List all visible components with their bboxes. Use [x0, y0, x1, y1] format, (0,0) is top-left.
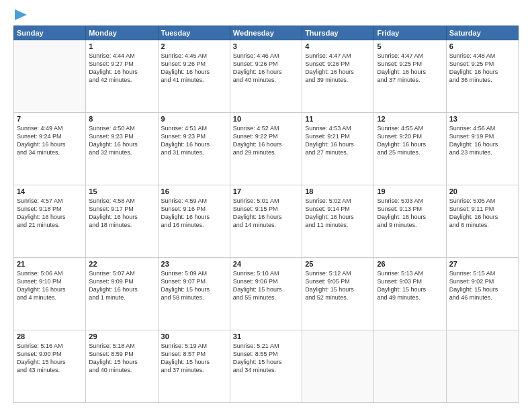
day-number: 23 — [161, 260, 227, 268]
cell-content: Sunrise: 5:13 AM Sunset: 9:03 PM Dayligh… — [377, 269, 443, 302]
cell-content: Sunrise: 5:16 AM Sunset: 9:00 PM Dayligh… — [17, 342, 83, 375]
day-number: 21 — [17, 260, 83, 268]
calendar-header-row: SundayMondayTuesdayWednesdayThursdayFrid… — [14, 26, 519, 40]
cell-content: Sunrise: 5:06 AM Sunset: 9:10 PM Dayligh… — [17, 269, 83, 302]
day-number: 24 — [233, 260, 299, 268]
day-of-week-header: Tuesday — [158, 26, 230, 40]
calendar-cell: 22Sunrise: 5:07 AM Sunset: 9:09 PM Dayli… — [86, 258, 158, 330]
day-number: 22 — [89, 260, 154, 268]
cell-content: Sunrise: 5:19 AM Sunset: 8:57 PM Dayligh… — [161, 342, 227, 375]
day-of-week-header: Wednesday — [230, 26, 302, 40]
calendar-cell: 9Sunrise: 4:51 AM Sunset: 9:23 PM Daylig… — [158, 113, 230, 185]
calendar-cell: 27Sunrise: 5:15 AM Sunset: 9:02 PM Dayli… — [446, 258, 518, 330]
cell-content: Sunrise: 4:45 AM Sunset: 9:26 PM Dayligh… — [161, 52, 227, 85]
calendar-cell: 16Sunrise: 4:59 AM Sunset: 9:16 PM Dayli… — [158, 185, 230, 258]
day-number: 17 — [233, 187, 299, 195]
calendar-cell: 8Sunrise: 4:50 AM Sunset: 9:23 PM Daylig… — [86, 113, 158, 185]
day-number: 26 — [377, 260, 443, 268]
cell-content: Sunrise: 5:15 AM Sunset: 9:02 PM Dayligh… — [449, 269, 515, 302]
calendar-cell: 28Sunrise: 5:16 AM Sunset: 9:00 PM Dayli… — [14, 330, 86, 403]
day-number: 6 — [449, 42, 515, 50]
calendar-week-row: 28Sunrise: 5:16 AM Sunset: 9:00 PM Dayli… — [14, 330, 519, 403]
calendar-cell: 17Sunrise: 5:01 AM Sunset: 9:15 PM Dayli… — [230, 185, 302, 258]
cell-content: Sunrise: 4:53 AM Sunset: 9:21 PM Dayligh… — [305, 124, 371, 157]
calendar-cell: 18Sunrise: 5:02 AM Sunset: 9:14 PM Dayli… — [302, 185, 374, 258]
cell-content: Sunrise: 4:55 AM Sunset: 9:20 PM Dayligh… — [377, 124, 443, 157]
calendar-cell — [446, 330, 518, 403]
day-number: 1 — [89, 42, 154, 50]
day-number: 31 — [233, 332, 299, 340]
day-number: 8 — [89, 115, 154, 123]
cell-content: Sunrise: 4:48 AM Sunset: 9:25 PM Dayligh… — [449, 52, 515, 85]
calendar-cell: 3Sunrise: 4:46 AM Sunset: 9:26 PM Daylig… — [230, 40, 302, 113]
day-number: 19 — [377, 187, 443, 195]
calendar-cell: 6Sunrise: 4:48 AM Sunset: 9:25 PM Daylig… — [446, 40, 518, 113]
day-number: 5 — [377, 42, 443, 50]
cell-content: Sunrise: 5:01 AM Sunset: 9:15 PM Dayligh… — [233, 197, 299, 230]
cell-content: Sunrise: 4:51 AM Sunset: 9:23 PM Dayligh… — [161, 124, 227, 157]
calendar-cell: 23Sunrise: 5:09 AM Sunset: 9:07 PM Dayli… — [158, 258, 230, 330]
header — [13, 11, 519, 20]
calendar-week-row: 21Sunrise: 5:06 AM Sunset: 9:10 PM Dayli… — [14, 258, 519, 330]
calendar-week-row: 1Sunrise: 4:44 AM Sunset: 9:27 PM Daylig… — [14, 40, 519, 113]
calendar-cell: 5Sunrise: 4:47 AM Sunset: 9:25 PM Daylig… — [374, 40, 446, 113]
cell-content: Sunrise: 4:47 AM Sunset: 9:26 PM Dayligh… — [305, 52, 371, 85]
calendar-cell: 26Sunrise: 5:13 AM Sunset: 9:03 PM Dayli… — [374, 258, 446, 330]
calendar-cell: 1Sunrise: 4:44 AM Sunset: 9:27 PM Daylig… — [86, 40, 158, 113]
day-of-week-header: Monday — [86, 26, 158, 40]
day-number: 11 — [305, 115, 371, 123]
day-of-week-header: Sunday — [14, 26, 86, 40]
page: SundayMondayTuesdayWednesdayThursdayFrid… — [0, 0, 532, 411]
cell-content: Sunrise: 5:18 AM Sunset: 8:59 PM Dayligh… — [89, 342, 154, 375]
calendar-cell: 24Sunrise: 5:10 AM Sunset: 9:06 PM Dayli… — [230, 258, 302, 330]
day-number: 10 — [233, 115, 299, 123]
calendar-cell: 19Sunrise: 5:03 AM Sunset: 9:13 PM Dayli… — [374, 185, 446, 258]
svg-marker-0 — [15, 9, 27, 20]
calendar-cell: 2Sunrise: 4:45 AM Sunset: 9:26 PM Daylig… — [158, 40, 230, 113]
day-number: 30 — [161, 332, 227, 340]
calendar-cell: 11Sunrise: 4:53 AM Sunset: 9:21 PM Dayli… — [302, 113, 374, 185]
cell-content: Sunrise: 5:07 AM Sunset: 9:09 PM Dayligh… — [89, 269, 154, 302]
cell-content: Sunrise: 5:03 AM Sunset: 9:13 PM Dayligh… — [377, 197, 443, 230]
calendar-cell: 14Sunrise: 4:57 AM Sunset: 9:18 PM Dayli… — [14, 185, 86, 258]
cell-content: Sunrise: 4:50 AM Sunset: 9:23 PM Dayligh… — [89, 124, 154, 157]
day-of-week-header: Saturday — [446, 26, 518, 40]
calendar-cell: 4Sunrise: 4:47 AM Sunset: 9:26 PM Daylig… — [302, 40, 374, 113]
logo — [13, 11, 27, 20]
calendar-cell — [374, 330, 446, 403]
calendar-cell: 20Sunrise: 5:05 AM Sunset: 9:11 PM Dayli… — [446, 185, 518, 258]
cell-content: Sunrise: 4:57 AM Sunset: 9:18 PM Dayligh… — [17, 197, 83, 230]
calendar-cell: 25Sunrise: 5:12 AM Sunset: 9:05 PM Dayli… — [302, 258, 374, 330]
day-number: 16 — [161, 187, 227, 195]
day-number: 9 — [161, 115, 227, 123]
day-number: 12 — [377, 115, 443, 123]
day-number: 14 — [17, 187, 83, 195]
calendar-week-row: 7Sunrise: 4:49 AM Sunset: 9:24 PM Daylig… — [14, 113, 519, 185]
cell-content: Sunrise: 5:10 AM Sunset: 9:06 PM Dayligh… — [233, 269, 299, 302]
calendar-cell: 13Sunrise: 4:56 AM Sunset: 9:19 PM Dayli… — [446, 113, 518, 185]
calendar-cell: 29Sunrise: 5:18 AM Sunset: 8:59 PM Dayli… — [86, 330, 158, 403]
day-number: 29 — [89, 332, 154, 340]
calendar-table: SundayMondayTuesdayWednesdayThursdayFrid… — [13, 26, 519, 403]
cell-content: Sunrise: 4:44 AM Sunset: 9:27 PM Dayligh… — [89, 52, 154, 85]
day-number: 7 — [17, 115, 83, 123]
cell-content: Sunrise: 4:49 AM Sunset: 9:24 PM Dayligh… — [17, 124, 83, 157]
calendar-cell — [14, 40, 86, 113]
day-number: 18 — [305, 187, 371, 195]
day-number: 25 — [305, 260, 371, 268]
calendar-cell: 31Sunrise: 5:21 AM Sunset: 8:55 PM Dayli… — [230, 330, 302, 403]
calendar-week-row: 14Sunrise: 4:57 AM Sunset: 9:18 PM Dayli… — [14, 185, 519, 258]
calendar-cell: 7Sunrise: 4:49 AM Sunset: 9:24 PM Daylig… — [14, 113, 86, 185]
cell-content: Sunrise: 5:12 AM Sunset: 9:05 PM Dayligh… — [305, 269, 371, 302]
cell-content: Sunrise: 5:02 AM Sunset: 9:14 PM Dayligh… — [305, 197, 371, 230]
calendar-cell: 10Sunrise: 4:52 AM Sunset: 9:22 PM Dayli… — [230, 113, 302, 185]
cell-content: Sunrise: 4:59 AM Sunset: 9:16 PM Dayligh… — [161, 197, 227, 230]
cell-content: Sunrise: 4:46 AM Sunset: 9:26 PM Dayligh… — [233, 52, 299, 85]
day-number: 27 — [449, 260, 515, 268]
day-of-week-header: Thursday — [302, 26, 374, 40]
day-number: 13 — [449, 115, 515, 123]
day-of-week-header: Friday — [374, 26, 446, 40]
cell-content: Sunrise: 4:52 AM Sunset: 9:22 PM Dayligh… — [233, 124, 299, 157]
cell-content: Sunrise: 5:05 AM Sunset: 9:11 PM Dayligh… — [449, 197, 515, 230]
day-number: 28 — [17, 332, 83, 340]
